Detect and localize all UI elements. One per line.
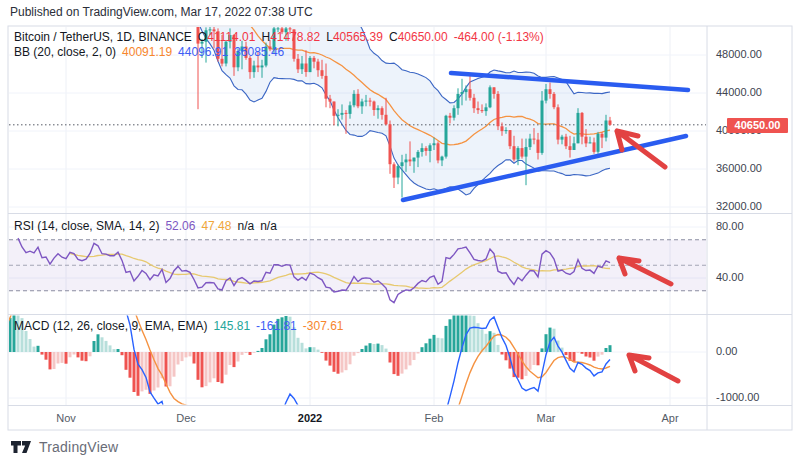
symbol-legend-row: Bitcoin / TetherUS, 1D, BINANCEO41114.01…	[14, 30, 544, 45]
macd-legend: MACD (12, 26, close, 9, EMA, EMA)145.81-…	[14, 319, 344, 334]
low-label: L	[326, 30, 333, 44]
time-axis-label: Dec	[176, 412, 196, 424]
bb-title: BB (20, close, 2, 0)	[14, 45, 116, 59]
close-value: 40650.00	[398, 30, 448, 44]
symbol-legend: Bitcoin / TetherUS, 1D, BINANCEO41114.01…	[14, 30, 544, 60]
bb-legend-row: BB (20, close, 2, 0)40091.1944096.913608…	[14, 45, 544, 60]
macd-hist-value: 145.81	[213, 319, 250, 333]
published-caption: Published on TradingView.com, Mar 17, 20…	[10, 5, 313, 19]
high-label: H	[261, 30, 270, 44]
rsi-axis-label: 40.00	[716, 271, 744, 283]
tradingview-logo-icon	[10, 438, 32, 456]
price-axis-label: 44000.00	[716, 86, 762, 98]
time-axis-label: Nov	[56, 412, 76, 424]
rsi-sma-value: 47.48	[201, 219, 231, 233]
change-value: -464.00 (-1.13%)	[454, 30, 544, 44]
macd-title: MACD (12, 26, close, 9, EMA, EMA)	[14, 319, 207, 333]
high-value: 41478.82	[270, 30, 320, 44]
price-axis-label: 32000.00	[716, 200, 762, 212]
rsi-axis-label: 80.00	[716, 220, 744, 232]
low-value: 40565.39	[333, 30, 383, 44]
macd-signal-value: -307.61	[303, 319, 344, 333]
time-axis-label: Feb	[425, 412, 444, 424]
time-axis-label: Mar	[537, 412, 556, 424]
rsi-legend: RSI (14, close, SMA, 14, 2)52.0647.48n/a…	[14, 219, 277, 234]
macd-axis-label: 0.00	[716, 345, 737, 357]
published-chart-image: Published on TradingView.com, Mar 17, 20…	[0, 0, 800, 468]
bb-basis-value: 40091.19	[122, 45, 172, 59]
chart-canvas[interactable]	[0, 0, 800, 468]
bb-upper-value: 44096.91	[178, 45, 228, 59]
tradingview-brand-text: TradingView	[39, 439, 118, 455]
open-label: O	[198, 30, 207, 44]
time-axis-label: 2022	[298, 412, 322, 424]
time-axis-label: Apr	[661, 412, 678, 424]
price-axis-label: 48000.00	[716, 48, 762, 60]
macd-axis-label: -1000.00	[716, 391, 759, 403]
price-axis-label: 36000.00	[716, 162, 762, 174]
bb-lower-value: 36085.46	[234, 45, 284, 59]
rsi-value: 52.06	[165, 219, 195, 233]
rsi-na2: n/a	[260, 219, 277, 233]
rsi-na1: n/a	[237, 219, 254, 233]
symbol-title: Bitcoin / TetherUS, 1D, BINANCE	[14, 30, 192, 44]
close-label: C	[389, 30, 398, 44]
tradingview-footer[interactable]: TradingView	[10, 438, 118, 456]
open-value: 41114.01	[207, 30, 255, 44]
macd-value: -161.81	[256, 319, 297, 333]
rsi-title: RSI (14, close, SMA, 14, 2)	[14, 219, 159, 233]
last-price-tag: 40650.00	[727, 118, 788, 133]
